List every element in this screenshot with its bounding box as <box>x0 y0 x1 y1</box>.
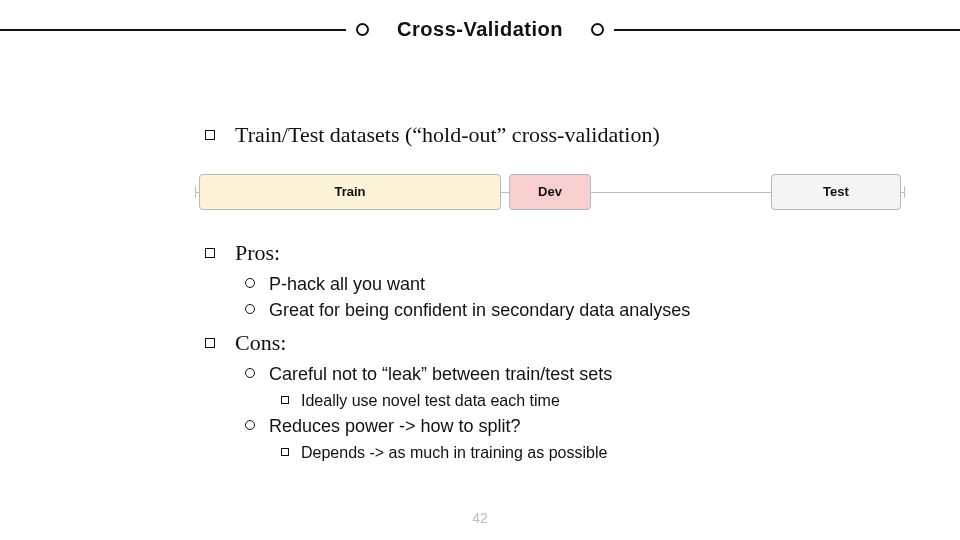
diagram-tick <box>904 186 905 198</box>
bullet-text: Reduces power -> how to split? <box>269 416 521 436</box>
bullet-l3: Depends -> as much in training as possib… <box>269 441 900 464</box>
bullet-text: Depends -> as much in training as possib… <box>301 444 607 461</box>
bullet-l2: Reduces power -> how to split? Depends -… <box>235 413 900 464</box>
bullet-l1: Cons: Careful not to “leak” between trai… <box>195 328 900 464</box>
title-bar: Cross-Validation <box>0 18 960 41</box>
holdout-diagram: Train Dev Test <box>195 170 905 214</box>
bullet-l3: Ideally use novel test data each time <box>269 389 900 412</box>
title-dot-left <box>356 23 369 36</box>
bullet-l1: Train/Test datasets (“hold-out” cross-va… <box>195 120 900 214</box>
diagram-box-test: Test <box>771 174 901 210</box>
bullet-text: Great for being confident in secondary d… <box>269 300 690 320</box>
content: Train/Test datasets (“hold-out” cross-va… <box>195 120 900 468</box>
bullet-text: Ideally use novel test data each time <box>301 392 560 409</box>
title-rule-right <box>614 29 960 31</box>
diagram-box-dev: Dev <box>509 174 591 210</box>
bullet-l2: P-hack all you want <box>235 271 900 297</box>
bullet-l2: Great for being confident in secondary d… <box>235 297 900 323</box>
diagram-box-train: Train <box>199 174 501 210</box>
slide: Cross-Validation Train/Test datasets (“h… <box>0 0 960 540</box>
slide-title: Cross-Validation <box>379 18 581 41</box>
bullet-text: Train/Test datasets (“hold-out” cross-va… <box>235 122 660 147</box>
bullet-l1: Pros: P-hack all you want Great for bein… <box>195 238 900 324</box>
diagram-tick <box>195 186 196 198</box>
title-dot-right <box>591 23 604 36</box>
bullet-l2: Careful not to “leak” between train/test… <box>235 361 900 412</box>
page-number: 42 <box>0 510 960 526</box>
bullet-text: Careful not to “leak” between train/test… <box>269 364 612 384</box>
bullet-text: P-hack all you want <box>269 274 425 294</box>
title-rule-left <box>0 29 346 31</box>
bullet-text: Pros: <box>235 240 280 265</box>
bullet-text: Cons: <box>235 330 286 355</box>
